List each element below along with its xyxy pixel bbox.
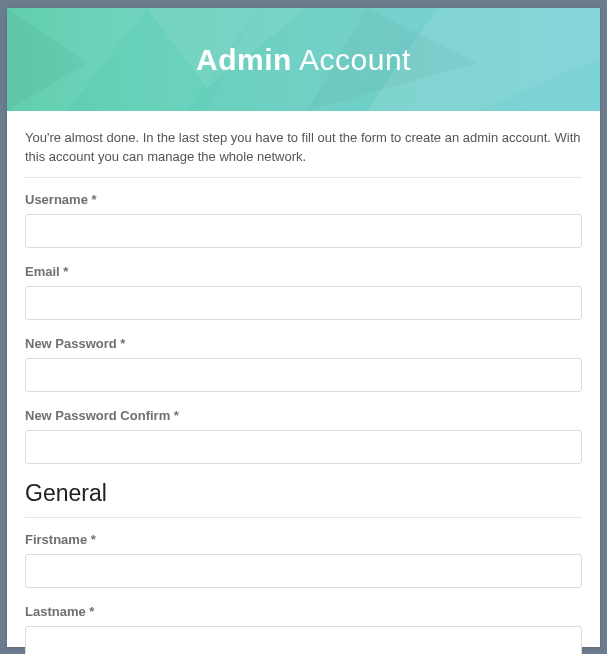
password-label: New Password * (25, 336, 582, 351)
firstname-label: Firstname * (25, 532, 582, 547)
divider-general (25, 517, 582, 518)
email-label: Email * (25, 264, 582, 279)
username-label: Username * (25, 192, 582, 207)
divider (25, 177, 582, 178)
intro-text: You're almost done. In the last step you… (25, 129, 582, 167)
section-heading-general: General (25, 480, 582, 507)
password-confirm-label: New Password Confirm * (25, 408, 582, 423)
page-title: Admin Account (196, 43, 411, 77)
email-input[interactable] (25, 286, 582, 320)
hero-banner: Admin Account (7, 8, 600, 111)
lastname-input[interactable] (25, 626, 582, 654)
lastname-label: Lastname * (25, 604, 582, 619)
password-confirm-input[interactable] (25, 430, 582, 464)
firstname-input[interactable] (25, 554, 582, 588)
username-input[interactable] (25, 214, 582, 248)
password-input[interactable] (25, 358, 582, 392)
